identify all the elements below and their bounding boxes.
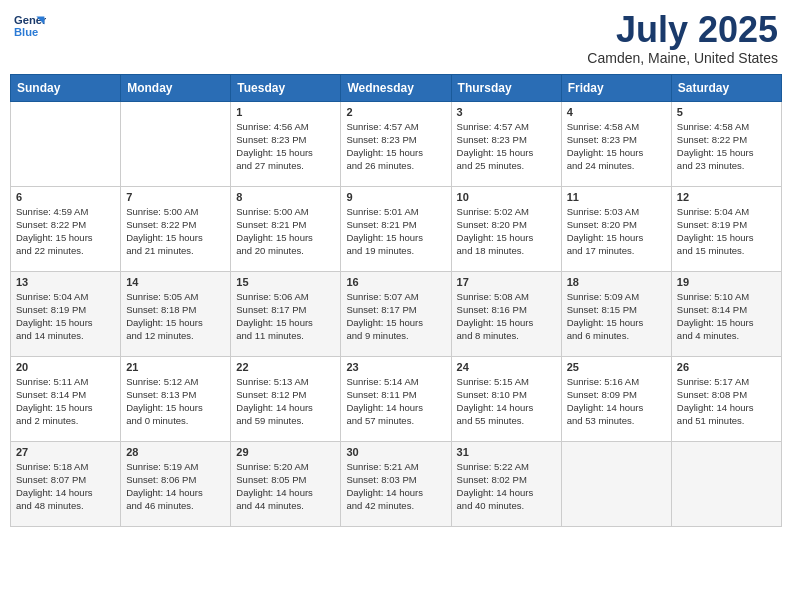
day-number: 28 bbox=[126, 446, 225, 458]
calendar-cell-w1-d0 bbox=[11, 101, 121, 186]
day-info: Sunrise: 5:00 AM Sunset: 8:22 PM Dayligh… bbox=[126, 205, 225, 258]
calendar-cell-w4-d0: 20Sunrise: 5:11 AM Sunset: 8:14 PM Dayli… bbox=[11, 356, 121, 441]
day-info: Sunrise: 5:18 AM Sunset: 8:07 PM Dayligh… bbox=[16, 460, 115, 513]
day-number: 3 bbox=[457, 106, 556, 118]
calendar-cell-w1-d2: 1Sunrise: 4:56 AM Sunset: 8:23 PM Daylig… bbox=[231, 101, 341, 186]
calendar-cell-w1-d4: 3Sunrise: 4:57 AM Sunset: 8:23 PM Daylig… bbox=[451, 101, 561, 186]
day-info: Sunrise: 4:57 AM Sunset: 8:23 PM Dayligh… bbox=[346, 120, 445, 173]
day-number: 31 bbox=[457, 446, 556, 458]
day-number: 23 bbox=[346, 361, 445, 373]
day-number: 9 bbox=[346, 191, 445, 203]
day-number: 26 bbox=[677, 361, 776, 373]
day-info: Sunrise: 5:12 AM Sunset: 8:13 PM Dayligh… bbox=[126, 375, 225, 428]
location: Camden, Maine, United States bbox=[587, 50, 778, 66]
header-sunday: Sunday bbox=[11, 74, 121, 101]
calendar-cell-w1-d6: 5Sunrise: 4:58 AM Sunset: 8:22 PM Daylig… bbox=[671, 101, 781, 186]
day-info: Sunrise: 5:00 AM Sunset: 8:21 PM Dayligh… bbox=[236, 205, 335, 258]
day-number: 15 bbox=[236, 276, 335, 288]
logo: General Blue bbox=[14, 10, 50, 42]
day-number: 7 bbox=[126, 191, 225, 203]
calendar-cell-w3-d0: 13Sunrise: 5:04 AM Sunset: 8:19 PM Dayli… bbox=[11, 271, 121, 356]
day-number: 24 bbox=[457, 361, 556, 373]
title-block: July 2025 Camden, Maine, United States bbox=[587, 10, 778, 66]
day-number: 10 bbox=[457, 191, 556, 203]
day-info: Sunrise: 5:19 AM Sunset: 8:06 PM Dayligh… bbox=[126, 460, 225, 513]
day-number: 2 bbox=[346, 106, 445, 118]
day-info: Sunrise: 5:10 AM Sunset: 8:14 PM Dayligh… bbox=[677, 290, 776, 343]
day-number: 5 bbox=[677, 106, 776, 118]
header-tuesday: Tuesday bbox=[231, 74, 341, 101]
calendar-cell-w5-d6 bbox=[671, 441, 781, 526]
day-info: Sunrise: 5:15 AM Sunset: 8:10 PM Dayligh… bbox=[457, 375, 556, 428]
day-info: Sunrise: 5:04 AM Sunset: 8:19 PM Dayligh… bbox=[16, 290, 115, 343]
calendar-cell-w3-d5: 18Sunrise: 5:09 AM Sunset: 8:15 PM Dayli… bbox=[561, 271, 671, 356]
day-number: 14 bbox=[126, 276, 225, 288]
day-number: 22 bbox=[236, 361, 335, 373]
day-number: 25 bbox=[567, 361, 666, 373]
day-info: Sunrise: 5:08 AM Sunset: 8:16 PM Dayligh… bbox=[457, 290, 556, 343]
day-info: Sunrise: 5:21 AM Sunset: 8:03 PM Dayligh… bbox=[346, 460, 445, 513]
day-info: Sunrise: 4:58 AM Sunset: 8:22 PM Dayligh… bbox=[677, 120, 776, 173]
day-number: 20 bbox=[16, 361, 115, 373]
page-header: General Blue July 2025 Camden, Maine, Un… bbox=[10, 10, 782, 66]
calendar-cell-w4-d4: 24Sunrise: 5:15 AM Sunset: 8:10 PM Dayli… bbox=[451, 356, 561, 441]
day-number: 1 bbox=[236, 106, 335, 118]
calendar-cell-w3-d4: 17Sunrise: 5:08 AM Sunset: 8:16 PM Dayli… bbox=[451, 271, 561, 356]
day-number: 27 bbox=[16, 446, 115, 458]
day-number: 29 bbox=[236, 446, 335, 458]
header-monday: Monday bbox=[121, 74, 231, 101]
day-info: Sunrise: 5:17 AM Sunset: 8:08 PM Dayligh… bbox=[677, 375, 776, 428]
calendar-cell-w3-d3: 16Sunrise: 5:07 AM Sunset: 8:17 PM Dayli… bbox=[341, 271, 451, 356]
day-number: 13 bbox=[16, 276, 115, 288]
day-info: Sunrise: 5:20 AM Sunset: 8:05 PM Dayligh… bbox=[236, 460, 335, 513]
day-info: Sunrise: 5:09 AM Sunset: 8:15 PM Dayligh… bbox=[567, 290, 666, 343]
calendar-cell-w5-d3: 30Sunrise: 5:21 AM Sunset: 8:03 PM Dayli… bbox=[341, 441, 451, 526]
calendar-week-1: 1Sunrise: 4:56 AM Sunset: 8:23 PM Daylig… bbox=[11, 101, 782, 186]
day-info: Sunrise: 5:14 AM Sunset: 8:11 PM Dayligh… bbox=[346, 375, 445, 428]
calendar-cell-w2-d6: 12Sunrise: 5:04 AM Sunset: 8:19 PM Dayli… bbox=[671, 186, 781, 271]
calendar-cell-w4-d6: 26Sunrise: 5:17 AM Sunset: 8:08 PM Dayli… bbox=[671, 356, 781, 441]
day-number: 4 bbox=[567, 106, 666, 118]
day-info: Sunrise: 5:13 AM Sunset: 8:12 PM Dayligh… bbox=[236, 375, 335, 428]
month-year: July 2025 bbox=[587, 10, 778, 50]
calendar-cell-w5-d2: 29Sunrise: 5:20 AM Sunset: 8:05 PM Dayli… bbox=[231, 441, 341, 526]
header-saturday: Saturday bbox=[671, 74, 781, 101]
day-info: Sunrise: 5:04 AM Sunset: 8:19 PM Dayligh… bbox=[677, 205, 776, 258]
calendar-cell-w2-d2: 8Sunrise: 5:00 AM Sunset: 8:21 PM Daylig… bbox=[231, 186, 341, 271]
calendar-cell-w4-d5: 25Sunrise: 5:16 AM Sunset: 8:09 PM Dayli… bbox=[561, 356, 671, 441]
calendar-table: Sunday Monday Tuesday Wednesday Thursday… bbox=[10, 74, 782, 527]
calendar-cell-w2-d0: 6Sunrise: 4:59 AM Sunset: 8:22 PM Daylig… bbox=[11, 186, 121, 271]
header-thursday: Thursday bbox=[451, 74, 561, 101]
day-number: 16 bbox=[346, 276, 445, 288]
calendar-cell-w2-d3: 9Sunrise: 5:01 AM Sunset: 8:21 PM Daylig… bbox=[341, 186, 451, 271]
day-number: 12 bbox=[677, 191, 776, 203]
day-info: Sunrise: 5:03 AM Sunset: 8:20 PM Dayligh… bbox=[567, 205, 666, 258]
calendar-cell-w1-d1 bbox=[121, 101, 231, 186]
day-info: Sunrise: 5:05 AM Sunset: 8:18 PM Dayligh… bbox=[126, 290, 225, 343]
day-number: 19 bbox=[677, 276, 776, 288]
logo-icon: General Blue bbox=[14, 10, 46, 42]
calendar-cell-w5-d0: 27Sunrise: 5:18 AM Sunset: 8:07 PM Dayli… bbox=[11, 441, 121, 526]
header-friday: Friday bbox=[561, 74, 671, 101]
calendar-cell-w3-d6: 19Sunrise: 5:10 AM Sunset: 8:14 PM Dayli… bbox=[671, 271, 781, 356]
calendar-week-2: 6Sunrise: 4:59 AM Sunset: 8:22 PM Daylig… bbox=[11, 186, 782, 271]
calendar-cell-w2-d5: 11Sunrise: 5:03 AM Sunset: 8:20 PM Dayli… bbox=[561, 186, 671, 271]
day-info: Sunrise: 4:56 AM Sunset: 8:23 PM Dayligh… bbox=[236, 120, 335, 173]
calendar-cell-w4-d1: 21Sunrise: 5:12 AM Sunset: 8:13 PM Dayli… bbox=[121, 356, 231, 441]
day-info: Sunrise: 5:02 AM Sunset: 8:20 PM Dayligh… bbox=[457, 205, 556, 258]
day-info: Sunrise: 5:07 AM Sunset: 8:17 PM Dayligh… bbox=[346, 290, 445, 343]
day-number: 21 bbox=[126, 361, 225, 373]
day-number: 30 bbox=[346, 446, 445, 458]
day-info: Sunrise: 5:16 AM Sunset: 8:09 PM Dayligh… bbox=[567, 375, 666, 428]
calendar-cell-w5-d5 bbox=[561, 441, 671, 526]
day-info: Sunrise: 5:22 AM Sunset: 8:02 PM Dayligh… bbox=[457, 460, 556, 513]
day-number: 8 bbox=[236, 191, 335, 203]
calendar-cell-w3-d2: 15Sunrise: 5:06 AM Sunset: 8:17 PM Dayli… bbox=[231, 271, 341, 356]
day-info: Sunrise: 5:11 AM Sunset: 8:14 PM Dayligh… bbox=[16, 375, 115, 428]
calendar-week-3: 13Sunrise: 5:04 AM Sunset: 8:19 PM Dayli… bbox=[11, 271, 782, 356]
day-info: Sunrise: 4:57 AM Sunset: 8:23 PM Dayligh… bbox=[457, 120, 556, 173]
calendar-cell-w1-d3: 2Sunrise: 4:57 AM Sunset: 8:23 PM Daylig… bbox=[341, 101, 451, 186]
calendar-header-row: Sunday Monday Tuesday Wednesday Thursday… bbox=[11, 74, 782, 101]
calendar-cell-w3-d1: 14Sunrise: 5:05 AM Sunset: 8:18 PM Dayli… bbox=[121, 271, 231, 356]
calendar-week-5: 27Sunrise: 5:18 AM Sunset: 8:07 PM Dayli… bbox=[11, 441, 782, 526]
